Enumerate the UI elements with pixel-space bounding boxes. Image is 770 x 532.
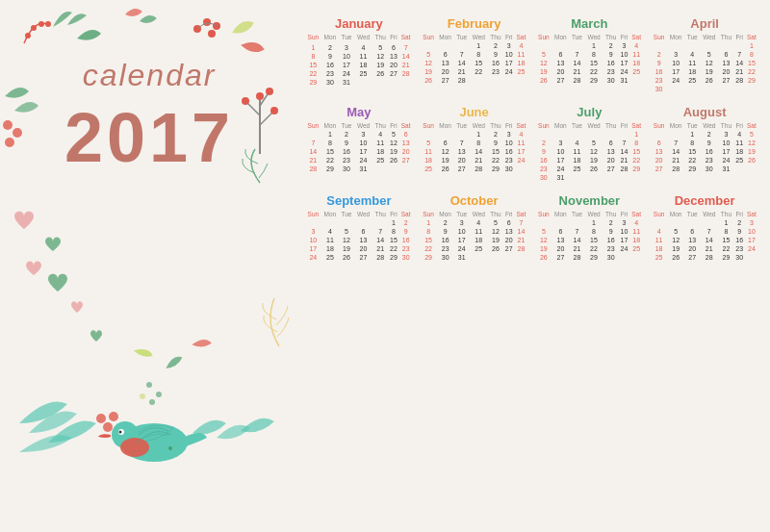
cal-day: 26 [536, 253, 552, 262]
cal-day: 20 [454, 156, 470, 165]
cal-day: 9 [603, 227, 619, 236]
cal-day: 30 [399, 253, 413, 262]
weekday-header: Fri [619, 121, 629, 130]
cal-day: 3 [503, 41, 514, 50]
weekday-header: Wed [700, 121, 718, 130]
svg-point-0 [25, 33, 31, 38]
cal-day: 24 [339, 69, 354, 78]
cal-day: 19 [388, 147, 398, 156]
cal-day: 25 [321, 253, 339, 262]
cal-day [488, 253, 503, 262]
cal-day: 28 [399, 69, 413, 78]
cal-day [700, 218, 718, 227]
cal-day: 23 [603, 244, 619, 253]
cal-day: 17 [619, 236, 629, 244]
cal-day [734, 41, 745, 50]
cal-day: 25 [651, 253, 667, 262]
cal-day: 22 [745, 67, 758, 76]
cal-day: 4 [354, 43, 372, 52]
cal-day: 29 [718, 253, 733, 262]
cal-day: 11 [514, 139, 527, 147]
svg-point-34 [168, 446, 172, 450]
weekday-header: Fri [388, 121, 398, 130]
cal-day [651, 41, 667, 50]
cal-day: 11 [684, 59, 700, 67]
month-april: AprilSunMonTueWedThuFriSat12345678910111… [649, 14, 760, 95]
cal-day: 7 [619, 139, 629, 147]
month-name-february: February [421, 16, 528, 31]
cal-day: 24 [619, 67, 629, 76]
cal-day: 1 [321, 130, 339, 139]
cal-day: 30 [437, 253, 454, 262]
cal-day: 15 [584, 59, 603, 67]
cal-day: 11 [629, 227, 643, 236]
weekday-header: Sun [651, 210, 667, 218]
calendar-title-text: calendar [0, 58, 298, 93]
cal-day: 17 [503, 59, 514, 67]
cal-day [536, 41, 552, 50]
weekday-header: Tue [339, 121, 354, 130]
weekday-header: Fri [619, 33, 629, 41]
weekday-header: Wed [470, 121, 488, 130]
cal-day [399, 78, 413, 87]
month-february: FebruarySunMonTueWedThuFriSat12345678910… [419, 14, 530, 95]
weekday-header: Sun [651, 33, 667, 41]
weekday-header: Mon [667, 33, 684, 41]
cal-day: 24 [514, 156, 527, 165]
cal-day: 10 [745, 227, 758, 236]
cal-day [354, 218, 372, 227]
cal-day: 6 [388, 43, 398, 52]
cal-day: 1 [470, 130, 488, 139]
cal-day: 6 [718, 50, 733, 59]
weekday-header: Mon [667, 210, 684, 218]
cal-day: 15 [470, 59, 488, 67]
cal-day: 2 [399, 218, 413, 227]
weekday-header: Sat [399, 121, 413, 130]
cal-day: 17 [454, 236, 470, 244]
cal-day: 11 [372, 139, 388, 147]
cal-day: 2 [734, 218, 745, 227]
cal-day: 16 [536, 156, 552, 165]
svg-point-32 [164, 443, 168, 447]
month-august: AugustSunMonTueWedThuFriSat1234567891011… [649, 103, 760, 184]
cal-day: 30 [734, 253, 745, 262]
cal-day: 23 [536, 165, 552, 173]
cal-day: 22 [421, 244, 437, 253]
weekday-header: Thu [372, 33, 388, 41]
weekday-header: Wed [354, 210, 372, 218]
svg-point-3 [45, 21, 51, 27]
month-name-october: October [421, 193, 528, 208]
cal-day: 19 [745, 147, 758, 156]
svg-point-2 [38, 21, 44, 27]
cal-day: 19 [339, 244, 354, 253]
cal-day: 7 [570, 227, 585, 236]
cal-day: 27 [354, 253, 372, 262]
cal-day: 8 [584, 227, 603, 236]
cal-day: 23 [734, 244, 745, 253]
weekday-header: Wed [584, 210, 603, 218]
cal-day: 10 [339, 52, 354, 61]
cal-day: 10 [667, 59, 684, 67]
cal-day: 9 [339, 139, 354, 147]
cal-day: 15 [684, 147, 700, 156]
cal-day: 12 [667, 236, 684, 244]
cal-day: 8 [421, 227, 437, 236]
cal-day: 7 [454, 139, 470, 147]
weekday-header: Thu [488, 210, 503, 218]
cal-day [734, 165, 745, 173]
cal-day: 7 [372, 227, 388, 236]
cal-day: 20 [552, 67, 569, 76]
cal-day: 13 [454, 147, 470, 156]
weekday-header: Sat [745, 210, 758, 218]
cal-day: 4 [651, 227, 667, 236]
cal-day: 2 [700, 130, 718, 139]
cal-day: 22 [488, 156, 503, 165]
cal-day: 19 [421, 67, 437, 76]
cal-day: 3 [745, 218, 758, 227]
month-november: NovemberSunMonTueWedThuFriSat12345678910… [534, 191, 646, 264]
cal-day: 3 [305, 227, 321, 236]
cal-day: 8 [745, 50, 758, 59]
cal-day: 23 [399, 244, 413, 253]
cal-day: 9 [321, 52, 339, 61]
cal-day [619, 173, 629, 182]
